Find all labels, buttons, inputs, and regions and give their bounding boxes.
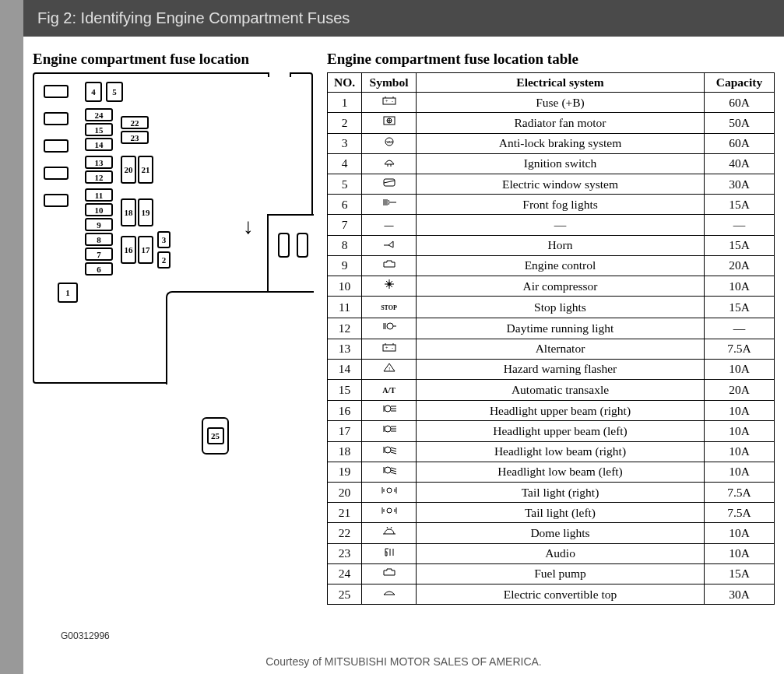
svg-point-46 — [387, 508, 392, 513]
svg-text:-: - — [392, 346, 393, 350]
svg-line-39 — [391, 450, 396, 451]
svg-point-21 — [387, 323, 393, 329]
cell-capacity: 10A — [705, 421, 775, 441]
table-row: 7——— — [328, 215, 775, 235]
cell-capacity: 10A — [705, 523, 775, 543]
cell-system: Anti-lock braking system — [417, 133, 705, 153]
fuse-8: 8 — [85, 233, 113, 246]
cell-no: 21 — [328, 503, 362, 523]
fuse-17: 17 — [138, 236, 153, 264]
cell-no: 5 — [328, 174, 362, 195]
fuse-1: 1 — [58, 283, 78, 303]
horn-icon — [381, 237, 398, 255]
table-row: 10Air compressor10A — [328, 276, 775, 297]
cell-no: 16 — [328, 401, 362, 421]
cell-no: 4 — [328, 153, 362, 174]
svg-text:+: + — [385, 99, 388, 104]
fuse-22: 22 — [121, 116, 149, 129]
fuse-11: 11 — [85, 188, 113, 202]
table-row: 16Headlight upper beam (right)10A — [328, 401, 775, 421]
at-icon: A/T — [382, 381, 396, 400]
col-system: Electrical system — [417, 73, 705, 93]
cell-capacity: 15A — [705, 563, 775, 584]
table-row: 18Headlight low beam (right)10A — [328, 441, 775, 462]
cell-symbol — [362, 584, 417, 605]
fuse-25: 25 — [207, 427, 224, 444]
fuse-slot — [44, 139, 69, 153]
cell-symbol: +- — [362, 339, 417, 359]
col-symbol: Symbol — [362, 73, 417, 93]
cell-no: 23 — [328, 543, 362, 563]
fuse-2: 2 — [157, 251, 171, 269]
right-heading: Engine compartment fuse location table — [327, 51, 775, 68]
svg-text:-: - — [392, 99, 393, 104]
cell-capacity: 15A — [705, 297, 775, 318]
cell-symbol — [362, 153, 417, 174]
cell-capacity: 7.5A — [705, 483, 775, 503]
cell-capacity: 20A — [705, 380, 775, 401]
svg-point-33 — [385, 426, 391, 432]
beam-icon — [381, 402, 398, 420]
svg-point-45 — [387, 488, 392, 493]
cell-no: 1 — [328, 93, 362, 113]
cell-capacity: 20A — [705, 255, 775, 276]
fuse-5: 5 — [106, 82, 123, 102]
cell-symbol — [362, 255, 417, 276]
cell-capacity: 15A — [705, 195, 775, 215]
cell-capacity: 10A — [705, 441, 775, 462]
fuse-7: 7 — [85, 247, 113, 261]
tail-icon — [381, 483, 398, 502]
fuse-3: 3 — [157, 231, 171, 248]
cell-symbol: STOP — [362, 297, 417, 318]
win-icon — [381, 175, 398, 194]
fuse-4: 4 — [85, 82, 102, 102]
cell-symbol — [362, 503, 417, 523]
svg-line-42 — [391, 468, 396, 469]
cell-no: 14 — [328, 359, 362, 379]
fuse-19: 19 — [138, 198, 153, 226]
cell-system: Electric convertible top — [417, 584, 705, 605]
fuse-18: 18 — [121, 198, 136, 226]
cell-symbol — [362, 462, 417, 482]
cell-system: — — [417, 215, 705, 235]
svg-text:+: + — [385, 346, 388, 350]
dash-icon: — — [385, 216, 394, 234]
cell-system: Air compressor — [417, 276, 705, 297]
cell-capacity: 10A — [705, 462, 775, 482]
cell-symbol — [362, 401, 417, 421]
down-arrow-icon: ↓ — [243, 214, 254, 239]
table-row: 3ABSAnti-lock braking system60A — [328, 133, 775, 153]
eng-icon — [381, 257, 398, 276]
ign-icon — [381, 155, 398, 174]
cell-no: 13 — [328, 339, 362, 359]
eng-icon — [381, 565, 398, 584]
conv-icon — [381, 585, 398, 604]
cell-no: 8 — [328, 235, 362, 255]
haz-icon: ! — [381, 360, 398, 379]
table-row: 8Horn15A — [328, 235, 775, 255]
cell-no: 18 — [328, 441, 362, 462]
bat-icon: +- — [381, 93, 398, 112]
cell-capacity: 40A — [705, 153, 775, 174]
table-row: 13+-Alternator7.5A — [328, 339, 775, 359]
cell-system: Daytime running light — [417, 318, 705, 339]
cell-capacity: 60A — [705, 133, 775, 153]
tail-icon — [381, 504, 398, 522]
cell-system: Headlight upper beam (right) — [417, 401, 705, 421]
cell-system: Alternator — [417, 339, 705, 359]
cell-system: Headlight upper beam (left) — [417, 421, 705, 441]
cell-system: Tail light (left) — [417, 503, 705, 523]
svg-line-43 — [391, 470, 396, 472]
audio-icon — [381, 545, 398, 563]
fuse-16: 16 — [121, 236, 136, 264]
dome-icon — [381, 524, 398, 542]
cell-no: 3 — [328, 133, 362, 153]
svg-point-29 — [385, 405, 391, 412]
cell-symbol — [362, 483, 417, 503]
cell-no: 7 — [328, 215, 362, 235]
abs-icon: ABS — [381, 135, 398, 153]
cell-no: 24 — [328, 563, 362, 584]
svg-line-38 — [391, 448, 396, 449]
cell-system: Front fog lights — [417, 195, 705, 215]
table-row: 4Ignition switch40A — [328, 153, 775, 174]
